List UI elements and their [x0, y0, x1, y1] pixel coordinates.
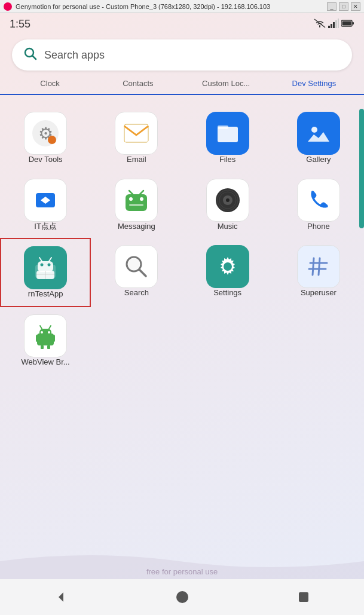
app-files[interactable]: Files	[182, 105, 273, 172]
app-rntestapp[interactable]: rnTestApp	[0, 238, 91, 307]
svg-rect-52	[52, 335, 55, 342]
svg-point-38	[128, 258, 140, 270]
svg-point-30	[48, 264, 51, 267]
svg-line-10	[33, 56, 36, 59]
status-time: 1:55	[10, 18, 30, 30]
app-label-it: IT点点	[34, 222, 57, 231]
svg-rect-57	[299, 592, 308, 602]
gallery-icon	[297, 112, 340, 155]
app-webview[interactable]: WebView Br...	[0, 307, 91, 374]
app-grid: ⚙ Dev Tools Email	[0, 99, 364, 380]
superuser-icon	[297, 245, 340, 288]
svg-rect-3	[333, 22, 335, 28]
title-bar: Genymotion for personal use - Custom Pho…	[0, 0, 364, 13]
app-dev-tools[interactable]: ⚙ Dev Tools	[0, 105, 91, 172]
search-app-icon	[115, 245, 158, 288]
close-button[interactable]: ✕	[351, 2, 360, 11]
app-label-files: Files	[219, 155, 235, 164]
svg-line-42	[319, 258, 320, 275]
orange-dot	[48, 136, 56, 144]
svg-rect-28	[38, 261, 53, 272]
phone-icon	[297, 179, 340, 222]
svg-rect-5	[338, 19, 339, 28]
svg-point-47	[41, 331, 43, 333]
app-phone[interactable]: Phone	[273, 172, 364, 238]
email-icon	[115, 112, 158, 155]
svg-line-50	[49, 326, 51, 329]
app-label-settings: Settings	[213, 288, 241, 298]
svg-line-31	[39, 258, 42, 261]
webview-icon	[24, 314, 67, 357]
search-bar-container: Search apps	[0, 35, 364, 77]
svg-line-41	[313, 258, 314, 275]
back-button[interactable]	[46, 585, 76, 609]
svg-point-15	[311, 127, 317, 133]
app-label-dev-tools: Dev Tools	[29, 155, 63, 164]
it-icon	[24, 179, 67, 222]
app-it[interactable]: IT点点	[0, 172, 91, 238]
app-label-webview: WebView Br...	[22, 357, 70, 367]
svg-point-19	[129, 197, 133, 201]
signal-icon	[328, 19, 339, 30]
svg-line-32	[49, 258, 51, 261]
scroll-indicator[interactable]	[359, 109, 364, 228]
home-button[interactable]	[167, 585, 197, 609]
recents-button[interactable]	[289, 585, 319, 609]
app-settings[interactable]: Settings	[182, 238, 273, 307]
svg-rect-18	[126, 194, 147, 211]
top-app-devsettings[interactable]: Dev Settings	[278, 77, 350, 90]
search-placeholder: Search apps	[44, 49, 105, 62]
rntestapp-icon	[24, 246, 67, 289]
files-icon	[206, 112, 249, 155]
window-icon	[4, 2, 12, 11]
window-controls: _ □ ✕	[327, 2, 360, 11]
svg-line-49	[40, 326, 42, 329]
status-bar: 1:55	[0, 13, 364, 35]
apps-top-row: Clock Contacts Custom Loc... Dev Setting…	[0, 77, 364, 95]
app-search[interactable]: Search	[91, 238, 182, 307]
svg-point-48	[48, 331, 50, 333]
svg-rect-8	[342, 21, 351, 25]
svg-marker-55	[59, 592, 63, 602]
status-icons	[314, 19, 354, 30]
svg-point-24	[226, 198, 230, 202]
battery-icon	[341, 19, 354, 29]
svg-rect-51	[36, 335, 39, 342]
svg-rect-1	[328, 26, 330, 28]
app-label-search: Search	[124, 288, 149, 298]
dev-tools-icon: ⚙	[24, 112, 67, 155]
minimize-button[interactable]: _	[327, 2, 337, 11]
maximize-button[interactable]: □	[339, 2, 348, 11]
search-bar[interactable]: Search apps	[12, 39, 352, 71]
app-label-email: Email	[127, 155, 146, 164]
app-email[interactable]: Email	[91, 105, 182, 172]
app-label-rntestapp: rnTestApp	[28, 289, 63, 299]
app-messaging[interactable]: Messaging	[91, 172, 182, 238]
watermark: free for personal use	[0, 567, 364, 576]
search-bar-icon	[24, 47, 37, 63]
app-music[interactable]: Music	[182, 172, 273, 238]
music-icon	[206, 179, 249, 222]
svg-rect-2	[331, 24, 332, 28]
wifi-icon	[314, 19, 326, 30]
svg-point-40	[224, 262, 232, 271]
top-app-customloc[interactable]: Custom Loc...	[190, 77, 262, 90]
app-label-messaging: Messaging	[118, 222, 155, 231]
svg-rect-11	[124, 124, 148, 142]
messaging-icon	[115, 179, 158, 222]
svg-rect-7	[353, 22, 354, 25]
app-gallery[interactable]: Gallery	[273, 105, 364, 172]
svg-rect-14	[218, 126, 228, 129]
svg-point-20	[140, 197, 143, 201]
app-label-phone: Phone	[307, 222, 330, 231]
nav-bar	[0, 579, 364, 615]
svg-rect-4	[335, 20, 337, 28]
top-app-clock[interactable]: Clock	[14, 77, 86, 90]
app-superuser[interactable]: Superuser	[273, 238, 364, 307]
app-label-superuser: Superuser	[301, 288, 337, 298]
svg-rect-21	[129, 204, 143, 206]
svg-rect-54	[47, 345, 50, 349]
app-label-gallery: Gallery	[306, 155, 331, 164]
top-app-contacts[interactable]: Contacts	[102, 77, 174, 90]
title-text: Genymotion for personal use - Custom Pho…	[16, 3, 327, 10]
